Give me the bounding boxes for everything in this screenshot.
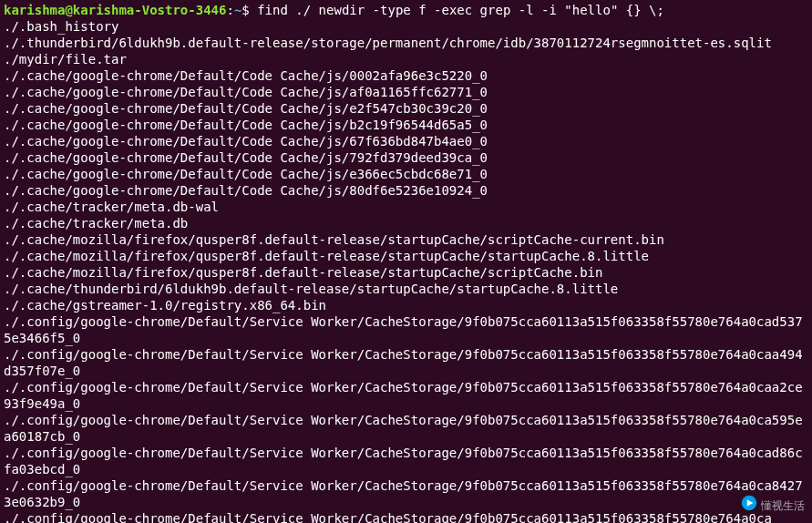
command-text: find ./ newdir -type f -exec grep -l -i … xyxy=(257,3,664,17)
prompt-dollar: $ xyxy=(242,3,257,17)
prompt-user: karishma@karishma-Vostro-3446 xyxy=(4,3,226,17)
watermark: 懂视生活 xyxy=(741,495,805,516)
output-block: ./.bash_history ./.thunderbird/6ldukh9b.… xyxy=(4,18,808,523)
play-icon xyxy=(741,495,757,516)
terminal[interactable]: karishma@karishma-Vostro-3446:~$ find ./… xyxy=(0,0,812,523)
prompt-colon: : xyxy=(226,3,233,17)
watermark-text: 懂视生活 xyxy=(761,497,805,514)
